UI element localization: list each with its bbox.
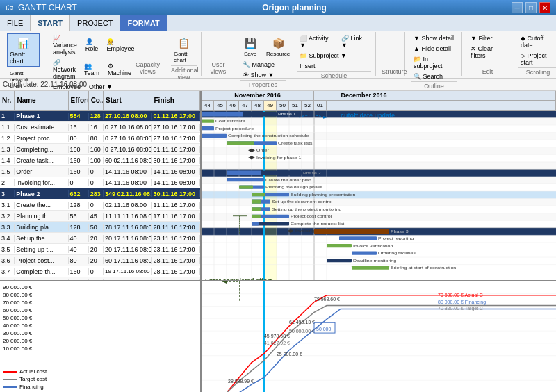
svg-text:70 320.00 € Target C: 70 320.00 € Target C [438,307,483,312]
svg-text:Phase 3: Phase 3 [391,230,409,234]
title-bar-left: 🗂 GANTT CHART [6,3,77,13]
svg-text:Project procedure: Project procedure [215,127,254,131]
svg-rect-62 [227,170,261,175]
machine-btn[interactable]: ⚙ Machine [105,58,134,81]
ribbon-tabs: FILE START PROJECT FORMAT [0,15,556,31]
svg-text:Complete the request list: Complete the request list [291,222,345,226]
svg-text:Set up the document control: Set up the document control [272,200,332,204]
table-row[interactable]: 3.2 Planning th... 56 45 11 11.11.16 08:… [0,211,200,222]
search-btn[interactable]: 🔍 Search [411,72,445,81]
svg-rect-64 [227,178,264,181]
clear-filters-btn[interactable]: ✕ Clear filters [468,44,507,60]
table-row[interactable]: 1.1 Cost estimate 16 16 0 27.10.16 08:00… [0,122,200,133]
legend-actual: Actual cost [3,368,197,375]
week-49: 49 [264,101,277,110]
table-row[interactable]: 3.5 Setting up t... 40 20 20 17.11.16 08… [0,244,200,255]
group-edit: ▼ Filter ✕ Clear filters Edit [464,32,512,76]
table-row[interactable]: 1 Phase 1 584 128 27.10.16 08:00 01.12.1… [0,111,200,122]
save-btn[interactable]: 💾 Save [240,33,261,59]
resource-btn[interactable]: 📦 Resource [263,33,293,59]
maximize-btn[interactable]: □ [525,2,537,13]
gantt-chart-view-btn[interactable]: 📋 Gantt chart [171,33,197,65]
svg-text:78 968.60 €: 78 968.60 € [314,297,340,302]
svg-rect-101 [202,281,556,392]
tab-project[interactable]: PROJECT [70,15,120,31]
group-outline: ▼ Show detail ▲ Hide detail 📂 In subproj… [407,32,462,76]
activity-btn[interactable]: ⬜ Activity ▼ [297,33,337,50]
table-row[interactable]: 3 Phase 2 632 283 349 02.11.16 08:00 30.… [0,188,200,199]
svg-rect-92 [352,251,377,254]
svg-rect-90 [327,244,352,247]
filter-btn[interactable]: ▼ Filter [468,33,495,43]
subproject-btn[interactable]: 📁 Subproject ▼ [297,51,350,60]
minimize-btn[interactable]: ─ [512,2,523,13]
table-row[interactable]: 1.5 Order 160 0 14.11.16 08:00 14.11.16 … [0,166,200,177]
week-empty [327,101,556,110]
show-btn[interactable]: 👁 Show ▼ [240,70,277,80]
hide-detail-btn[interactable]: ▲ Hide detail [411,44,454,54]
svg-rect-3 [202,147,556,155]
chart-left: 90 000.00 € 80 000.00 € 70 000.00 € 60 0… [0,281,202,392]
network-btn[interactable]: 🔗 Network diagram [50,58,79,81]
svg-text:50 000.00 €: 50 000.00 € [289,329,315,334]
main-area: Nr. Name Effort Co... Start Finish 1 Pha… [0,91,556,392]
window-controls: ─ □ ✕ [512,2,550,13]
month-row: November 2016 December 2016 [202,91,556,101]
week-52: 52 [302,101,314,110]
week-44: 44 [202,101,214,110]
week-48: 48 [252,101,264,110]
week-46: 46 [227,101,239,110]
group-capacity-views: Capacity views [131,32,165,76]
table-row[interactable]: 1.3 Completing... 160 160 0 27.10.16 08:… [0,144,200,155]
gantt-chart-btn[interactable]: 📊 Gantt chart [7,33,40,67]
week-51: 51 [289,101,302,110]
tab-file[interactable]: FILE [0,15,31,31]
svg-rect-1 [202,118,556,126]
cutoff-date-btn[interactable]: ◆ Cutoff date [518,33,556,50]
table-row[interactable]: 3.7 Complete th... 160 0 19 17.11.16 08:… [0,266,200,277]
week-50: 50 [277,101,289,110]
gantt-icon: 📊 [16,35,31,51]
in-subproject-btn[interactable]: 📂 In subproject [411,54,457,71]
group-activity-views: 📊 Gantt chart Gantt-network chart Activi… [3,32,44,76]
table-row[interactable]: 1.2 Project proc... 80 80 0 27.10.16 08:… [0,133,200,144]
table-row[interactable]: 1.4 Create task... 160 100 60 02.11.16 0… [0,155,200,166]
week-01: 01 [314,101,327,110]
svg-text:50 000: 50 000 [316,327,331,332]
svg-text:Building planning presentation: Building planning presentation [291,193,355,197]
svg-rect-88 [339,236,377,240]
insert-btn[interactable]: Insert [297,61,318,71]
svg-text:80 000.00 € Financing: 80 000.00 € Financing [438,300,486,305]
svg-rect-82 [252,222,259,225]
team-btn[interactable]: 👥 Team [81,58,102,81]
svg-text:Order: Order [256,149,269,152]
role-btn[interactable]: 👤 Role [83,33,101,57]
group-user-views: User views [203,32,234,76]
variance-btn[interactable]: 📈 Variance analysis [50,33,80,57]
group-additional-view: 📋 Gantt chart Additional view [167,32,202,76]
project-start-btn[interactable]: ▷ Project start [518,51,556,67]
col-header-finish: Finish [152,91,200,110]
user-views-label: User views [207,60,229,75]
show-detail-btn[interactable]: ▼ Show detail [411,33,457,43]
svg-text:Planning the design phase: Planning the design phase [265,186,323,189]
tab-format[interactable]: FORMAT [120,15,167,31]
table-row[interactable]: 2 Invoicing for... 0 0 14.11.16 08:00 14… [0,177,200,188]
close-btn[interactable]: ✕ [539,2,550,13]
table-row[interactable]: 3.4 Set up the... 40 20 20 17.11.16 08:0… [0,233,200,244]
table-row[interactable]: 3.1 Create the... 128 0 02.11.16 08:00 1… [0,199,200,211]
link-btn[interactable]: 🔗 Link ▼ [338,33,371,50]
schedule-label: Schedule [297,71,371,79]
other-btn[interactable]: Other ▼ [86,82,115,92]
tab-start[interactable]: START [31,15,70,31]
col-header-start: Start [104,91,152,110]
app-title: Origon planning [262,3,327,13]
manage-btn[interactable]: 🔧 Manage [240,60,277,70]
svg-rect-76 [252,207,261,211]
week-row: 44 45 46 47 48 49 50 51 52 01 [202,101,556,110]
svg-text:45 978.68 €: 45 978.68 € [264,334,290,338]
save-icon: 💾 [243,35,258,51]
table-row[interactable]: 3.3 Building pla... 128 50 78 17.11.16 0… [0,222,200,233]
svg-text:41 027.92 €: 41 027.92 € [264,341,290,345]
table-row[interactable]: 3.6 Project cost... 80 20 60 17.11.16 08… [0,255,200,266]
